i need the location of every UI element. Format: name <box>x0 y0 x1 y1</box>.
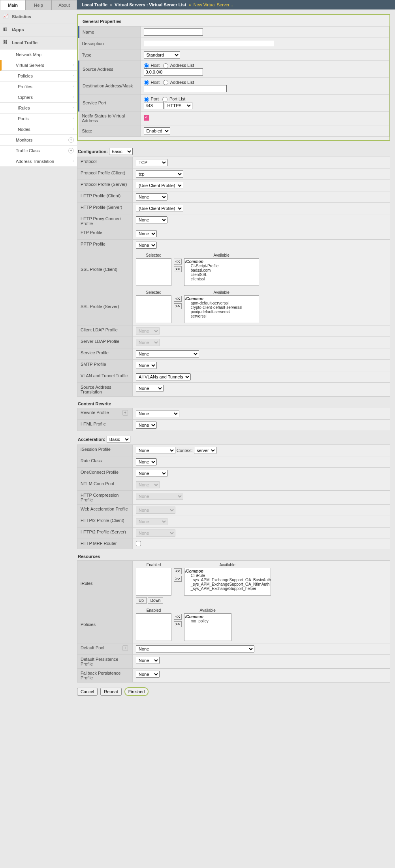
nav-pools[interactable]: Pools› <box>0 113 77 124</box>
nav-monitors[interactable]: Monitors+ <box>0 135 77 146</box>
accel-header: Acceleration: Basic <box>77 433 390 444</box>
nav-local-traffic-label: Local Traffic <box>12 40 38 45</box>
tab-about[interactable]: About <box>51 0 77 10</box>
chevron-right-icon: › <box>73 95 74 99</box>
svc-select[interactable]: None <box>136 350 199 357</box>
lbl-smtp: SMTP Profile <box>77 359 133 371</box>
nav-network-map[interactable]: Network Map <box>0 49 77 60</box>
policies-move-left[interactable]: << <box>174 614 182 620</box>
smtp-select[interactable]: None <box>136 362 157 369</box>
port-input[interactable] <box>144 102 164 109</box>
port-radio[interactable]: Port <box>144 96 159 101</box>
finished-button[interactable]: Finished <box>124 687 149 696</box>
sat-select[interactable]: None <box>136 385 164 392</box>
lbl-sldap: Server LDAP Profile <box>77 337 133 348</box>
dst-addrlist-radio[interactable]: Address List <box>163 80 194 85</box>
name-input[interactable] <box>144 28 203 36</box>
pptp-select[interactable]: None <box>136 242 157 249</box>
irules-move-right[interactable]: >> <box>174 576 182 582</box>
ssls-move-left[interactable]: << <box>174 296 182 302</box>
nav-profiles[interactable]: Profiles› <box>0 81 77 92</box>
policies-move-right[interactable]: >> <box>174 621 182 627</box>
src-host-radio[interactable]: Host <box>144 63 160 68</box>
nav-ciphers[interactable]: Ciphers› <box>0 92 77 103</box>
breadcrumb-a[interactable]: Local Traffic <box>82 2 107 7</box>
sslc-move-right[interactable]: >> <box>174 266 182 272</box>
plus-icon[interactable]: + <box>68 137 74 143</box>
dst-host-radio[interactable]: Host <box>144 80 160 85</box>
irules-move-left[interactable]: << <box>174 568 182 574</box>
sslc-dual-list: Selected <<>> Available /Common CI-Scrip… <box>136 253 387 286</box>
policies-enabled-list[interactable] <box>136 613 171 641</box>
nav-iapps[interactable]: ◧ iApps <box>0 23 77 36</box>
portlist-radio[interactable]: Port List <box>162 96 185 101</box>
repeat-button[interactable]: Repeat <box>100 688 121 696</box>
sslc-selected-list[interactable] <box>136 258 171 286</box>
port-service-select[interactable]: HTTPS <box>165 102 192 109</box>
dpool-add-icon[interactable]: + <box>122 645 128 651</box>
sslc-move-left[interactable]: << <box>174 259 182 265</box>
rewrite-add-icon[interactable]: + <box>122 410 128 416</box>
type-select[interactable]: Standard <box>144 51 180 59</box>
dpool-select[interactable]: None <box>136 645 254 652</box>
ssls-available-list[interactable]: /Common apm-default-serverssl crypto-cli… <box>184 295 259 323</box>
hps-select[interactable]: (Use Client Profile) <box>136 205 183 212</box>
ftp-select[interactable]: None <box>136 230 157 237</box>
notify-checkbox[interactable] <box>144 115 149 121</box>
protocol-select[interactable]: TCP <box>136 159 167 166</box>
chevron-right-icon: › <box>73 84 74 88</box>
dpp-select[interactable]: None <box>136 657 160 664</box>
src-address-input[interactable] <box>144 68 203 76</box>
ntlm-select: None <box>136 481 160 488</box>
nav-virtual-servers[interactable]: Virtual Servers› <box>0 60 77 71</box>
ssls-selected-list[interactable] <box>136 295 171 323</box>
label-src: Source Address <box>79 61 140 78</box>
ssls-move-right[interactable]: >> <box>174 303 182 309</box>
general-title: General Properties <box>78 15 389 26</box>
breadcrumb-c: New Virtual Server... <box>194 2 233 7</box>
vlan-select[interactable]: All VLANs and Tunnels <box>136 373 191 380</box>
state-select[interactable]: Enabled <box>144 127 170 134</box>
dst-address-input[interactable] <box>144 85 227 92</box>
tab-help[interactable]: Help <box>26 0 51 10</box>
breadcrumb-b[interactable]: Virtual Servers : Virtual Server List <box>115 2 186 7</box>
lbl-hcomp: HTTP Compression Profile <box>77 490 133 504</box>
description-input[interactable] <box>144 40 274 47</box>
irules-enabled-list[interactable] <box>136 568 171 596</box>
lbl-ssls: SSL Profile (Server) <box>77 288 133 325</box>
chevron-right-icon: › <box>73 74 74 78</box>
nav-policies[interactable]: Policies› <box>0 71 77 81</box>
html-select[interactable]: None <box>136 422 157 429</box>
config-level-select[interactable]: Basic <box>109 148 133 155</box>
irules-up-btn[interactable]: Up <box>136 597 147 604</box>
plus-icon[interactable]: + <box>68 148 74 153</box>
nav-nodes[interactable]: Nodes› <box>0 124 77 135</box>
rewrite-select[interactable]: None <box>136 410 179 417</box>
isess-select[interactable]: None <box>136 447 175 454</box>
nav-traffic-class[interactable]: Traffic Class+ <box>0 146 77 156</box>
rate-select[interactable]: None <box>136 458 157 465</box>
nav-local-traffic[interactable]: ⛓ Local Traffic <box>0 36 77 49</box>
isess-ctx-select[interactable]: server <box>194 447 216 454</box>
hpx-select[interactable]: None <box>136 216 167 223</box>
irules-available-list[interactable]: /Common CI-iRule _sys_APM_ExchangeSuppor… <box>184 568 271 596</box>
tab-main[interactable]: Main <box>0 0 26 10</box>
fpp-select[interactable]: None <box>136 671 160 678</box>
cancel-button[interactable]: Cancel <box>77 688 98 696</box>
pps-select[interactable]: (Use Client Profile) <box>136 182 183 189</box>
nav-irules[interactable]: iRules› <box>0 103 77 113</box>
mrf-checkbox[interactable] <box>136 541 141 546</box>
hpc-select[interactable]: None <box>136 193 167 200</box>
lbl-hps: HTTP Profile (Server) <box>77 202 133 214</box>
src-addrlist-radio[interactable]: Address List <box>163 63 194 68</box>
onec-select[interactable]: None <box>136 470 167 477</box>
policies-dual-list: Enabled <<>> Available /Common mo_policy <box>136 608 387 641</box>
accel-level-select[interactable]: Basic <box>107 436 130 443</box>
lbl-ppc: Protocol Profile (Client) <box>77 168 133 180</box>
nav-statistics[interactable]: 📈 Statistics <box>0 10 77 23</box>
nav-addr-translation[interactable]: Address Translation› <box>0 156 77 167</box>
irules-down-btn[interactable]: Down <box>148 597 164 604</box>
policies-available-list[interactable]: /Common mo_policy <box>184 613 231 641</box>
sslc-available-list[interactable]: /Common CI-Script-Profile badssl.com cli… <box>184 258 259 286</box>
ppc-select[interactable]: tcp <box>136 170 183 178</box>
